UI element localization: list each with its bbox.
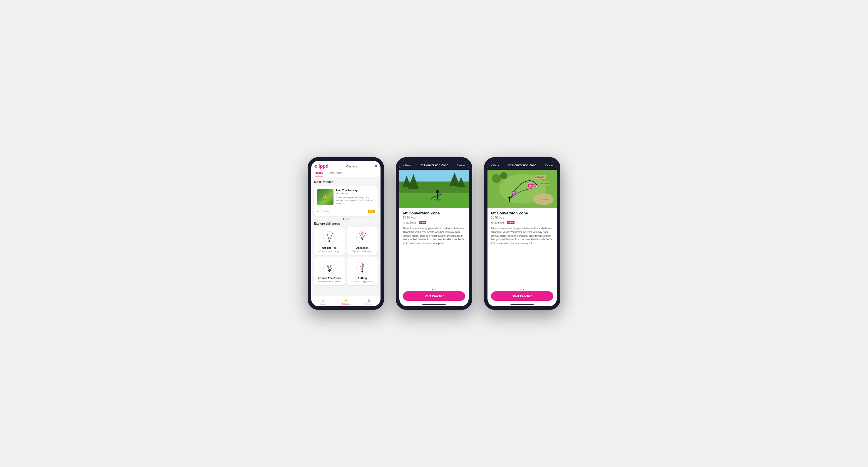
svg-point-6 xyxy=(327,234,328,235)
skill-card-putting[interactable]: Putting Make and lag practice xyxy=(347,257,378,285)
phone-2: < Back 6ft Conversion Zone Cancel xyxy=(396,157,472,310)
detail-drill-yds-2: 10-50 yds xyxy=(403,216,440,219)
detail-desc-3: 20 shots are randomly generated at dista… xyxy=(491,227,553,245)
detail-meta-2: ⏱ 20 shots ARG xyxy=(403,221,465,224)
cancel-button-3[interactable]: Cancel xyxy=(545,164,553,167)
fav-icon-3[interactable]: ♡ xyxy=(550,211,553,215)
shots-count-3: 20 shots xyxy=(495,221,504,224)
favourite-icon[interactable]: ♡ xyxy=(372,189,375,193)
svg-text:ROUGH: ROUGH xyxy=(541,182,549,185)
detail-shots-2: ⏱ 20 shots xyxy=(403,221,416,224)
svg-text:SAND: SAND xyxy=(542,199,548,201)
detail-title-2: 6ft Conversion Zone xyxy=(420,164,448,167)
putting-icon xyxy=(355,260,370,275)
drill-info: Find The Fairway Off The Tee Create an i… xyxy=(336,189,375,204)
putting-icon-area xyxy=(355,260,370,275)
detail-drill-name-3: 6ft Conversion Zone xyxy=(491,211,528,215)
phone-2-screen: < Back 6ft Conversion Zone Cancel xyxy=(399,161,469,306)
hero-golf-image xyxy=(399,170,469,208)
skill-name-atg: Around The Green xyxy=(316,277,342,279)
clock-icon-3: ⏱ xyxy=(491,221,494,224)
ott-badge: OTT xyxy=(368,210,375,213)
phone-1-screen: clippd Practice ≡ Drills Favourites Most… xyxy=(311,161,380,306)
card-footer: ⏱ 10 shots OTT xyxy=(317,208,375,213)
skill-card-approach[interactable]: Approach Dial-in to hit the green xyxy=(347,227,378,255)
detail-content-2: 6ft Conversion Zone 10-50 yds ♡ ⏱ 20 sho… xyxy=(399,208,469,289)
detail-drill-yds-3: 10-50 yds xyxy=(491,216,528,219)
skill-name-putting: Putting xyxy=(349,277,375,279)
detail-dots-2 xyxy=(399,289,469,290)
fav-icon-2[interactable]: ♡ xyxy=(462,211,465,215)
tab-drills[interactable]: Drills xyxy=(315,171,323,177)
detail-header-2: < Back 6ft Conversion Zone Cancel xyxy=(399,161,469,170)
drill-thumb-image xyxy=(317,189,334,205)
phone-3: < Back 6ft Conversion Zone Cancel SAND xyxy=(484,157,560,310)
clock-icon-2: ⏱ xyxy=(403,221,405,224)
approach-icon-area xyxy=(355,230,370,245)
skill-card-off-the-tee[interactable]: Off The Tee Power and accuracy xyxy=(314,227,345,255)
phone-3-screen: < Back 6ft Conversion Zone Cancel SAND xyxy=(488,161,557,306)
most-popular-label: Most Popular xyxy=(314,180,378,184)
detail-dots-3 xyxy=(488,289,557,290)
menu-icon[interactable]: ≡ xyxy=(375,164,377,169)
skill-desc-atg: Hone your short game xyxy=(316,280,342,283)
shots-label: ⏱ 10 shots xyxy=(317,210,329,213)
app-logo: clippd xyxy=(315,164,329,169)
home-indicator-2 xyxy=(422,304,446,305)
arg-badge-3: ARG xyxy=(507,221,515,224)
svg-rect-54 xyxy=(509,199,510,202)
svg-text:FAIRWAY: FAIRWAY xyxy=(535,176,545,178)
golf-scene-svg xyxy=(399,170,469,208)
back-button-2[interactable]: < Back xyxy=(403,164,411,167)
nav-capture-label: Capture xyxy=(365,303,373,305)
skill-grid: Off The Tee Power and accuracy xyxy=(314,227,378,285)
detail-dot-1 xyxy=(432,289,433,290)
phone-1: clippd Practice ≡ Drills Favourites Most… xyxy=(308,157,384,310)
detail-desc-2: 20 shots are randomly generated at dista… xyxy=(403,227,465,245)
skill-card-around-green[interactable]: Around The Green Hone your short game xyxy=(314,257,345,285)
detail-drill-name-2: 6ft Conversion Zone xyxy=(403,211,440,215)
activities-icon: ⚡ xyxy=(343,298,348,302)
detail-header-3: < Back 6ft Conversion Zone Cancel xyxy=(488,161,557,170)
arg-badge-2: ARG xyxy=(419,221,426,224)
svg-text:Miss: Miss xyxy=(529,185,534,187)
detail-dot-2 xyxy=(435,289,436,290)
detail-dot-3-1 xyxy=(520,289,522,290)
map-svg: SAND Miss Hit xyxy=(488,170,557,208)
drill-thumbnail xyxy=(317,189,334,205)
capture-icon: ⊕ xyxy=(367,298,371,302)
nav-activities[interactable]: ⚡ Activities xyxy=(334,298,358,305)
tab-favourites[interactable]: Favourites xyxy=(328,171,343,177)
around-green-icon xyxy=(322,260,337,275)
detail-content-3: 6ft Conversion Zone 10-50 yds ♡ ⏱ 20 sho… xyxy=(488,208,557,289)
nav-home[interactable]: ⌂ Home xyxy=(311,298,334,305)
svg-point-53 xyxy=(508,197,511,199)
dot-1 xyxy=(343,218,344,220)
svg-line-4 xyxy=(327,234,330,241)
svg-point-40 xyxy=(434,199,441,201)
svg-rect-36 xyxy=(437,194,438,199)
skill-name-approach: Approach xyxy=(349,246,375,249)
cancel-button-2[interactable]: Cancel xyxy=(457,164,465,167)
home-icon: ⌂ xyxy=(321,298,324,302)
around-green-icon-area xyxy=(322,260,337,275)
detail-shots-3: ⏱ 20 shots xyxy=(491,221,504,224)
skill-desc-putting: Make and lag practice xyxy=(349,280,375,283)
start-practice-button-3[interactable]: Start Practice xyxy=(491,291,553,301)
featured-drill-card[interactable]: ♡ Find The Fairway Off The Tee Create an… xyxy=(314,186,378,216)
nav-capture[interactable]: ⊕ Capture xyxy=(357,298,380,305)
detail-meta-3: ⏱ 20 shots ARG xyxy=(491,221,553,224)
back-button-3[interactable]: < Back xyxy=(491,164,499,167)
skill-desc-approach: Dial-in to hit the green xyxy=(349,250,375,253)
explore-label: Explore skill areas xyxy=(314,222,378,225)
svg-point-45 xyxy=(492,174,501,183)
drill-name: Find The Fairway xyxy=(336,189,375,192)
hero-map-image: SAND Miss Hit xyxy=(488,170,557,208)
start-practice-button-2[interactable]: Start Practice xyxy=(403,291,465,301)
svg-rect-30 xyxy=(399,193,469,208)
skill-name-ott: Off The Tee xyxy=(316,246,342,249)
home-indicator-3 xyxy=(510,304,534,305)
approach-icon xyxy=(355,230,370,245)
detail-dot-3-2 xyxy=(523,289,524,290)
phone1-header: clippd Practice ≡ Drills Favourites xyxy=(311,161,380,177)
